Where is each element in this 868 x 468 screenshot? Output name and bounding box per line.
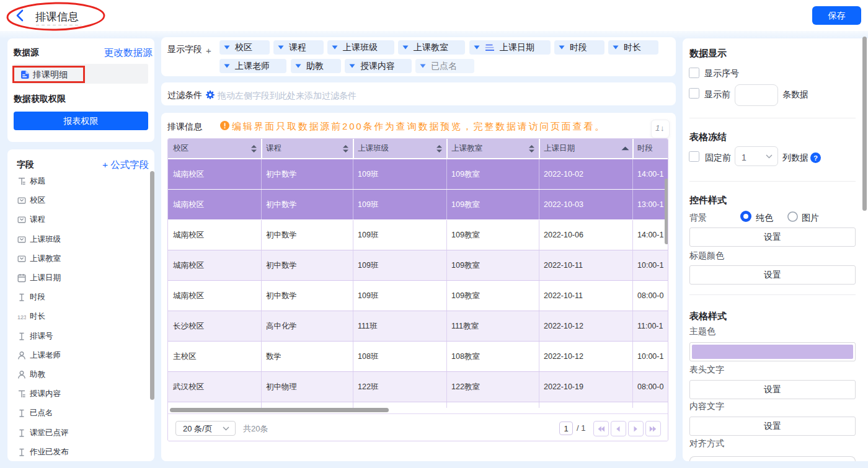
svg-text:123: 123: [17, 314, 26, 320]
svg-text:?: ?: [813, 154, 818, 162]
